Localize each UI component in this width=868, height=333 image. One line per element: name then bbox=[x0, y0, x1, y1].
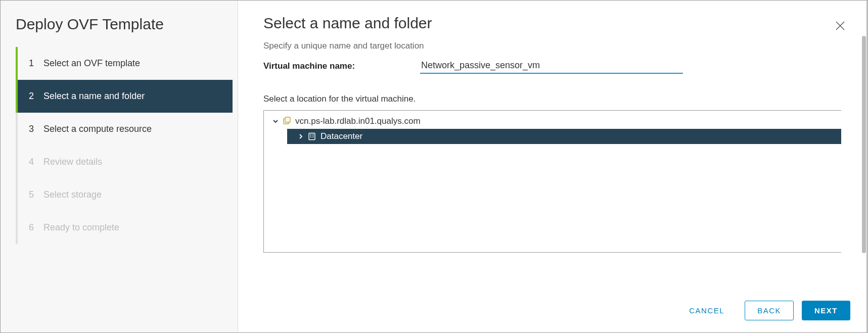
vm-name-label: Virtual machine name: bbox=[263, 61, 420, 71]
datacenter-icon bbox=[306, 132, 317, 140]
step-label: Select a compute resource bbox=[43, 124, 152, 134]
step-label: Select a name and folder bbox=[43, 91, 145, 101]
cancel-button[interactable]: CANCEL bbox=[677, 301, 737, 320]
dialog-footer: CANCEL BACK NEXT bbox=[677, 301, 850, 320]
scrollbar-thumb[interactable] bbox=[862, 36, 866, 253]
step-label: Select an OVF template bbox=[43, 58, 140, 68]
step-ready-to-complete: 6 Ready to complete bbox=[18, 211, 233, 244]
step-number: 1 bbox=[29, 58, 41, 69]
step-number: 2 bbox=[29, 91, 41, 102]
location-label: Select a location for the virtual machin… bbox=[263, 94, 841, 104]
step-select-compute-resource: 3 Select a compute resource bbox=[18, 113, 233, 146]
main-content: Select a name and folder Specify a uniqu… bbox=[238, 1, 866, 332]
step-label: Review details bbox=[43, 157, 102, 167]
tree-node-label: Datacenter bbox=[321, 131, 362, 141]
wizard-sidebar: Deploy OVF Template 1 Select an OVF temp… bbox=[1, 1, 238, 332]
step-review-details: 4 Review details bbox=[18, 146, 233, 178]
chevron-down-icon[interactable] bbox=[270, 118, 281, 124]
svg-rect-1 bbox=[285, 117, 290, 122]
tree-node-datacenter[interactable]: Datacenter bbox=[287, 129, 841, 144]
back-button[interactable]: BACK bbox=[745, 301, 794, 320]
step-number: 3 bbox=[29, 124, 41, 134]
wizard-steps: 1 Select an OVF template 2 Select a name… bbox=[16, 47, 233, 244]
vcenter-icon bbox=[281, 117, 292, 126]
page-subtitle: Specify a unique name and target locatio… bbox=[263, 41, 841, 51]
chevron-right-icon[interactable] bbox=[295, 133, 306, 139]
step-select-name-folder[interactable]: 2 Select a name and folder bbox=[18, 80, 233, 113]
step-label: Ready to complete bbox=[43, 222, 119, 232]
location-tree[interactable]: vcn.ps-lab.rdlab.in01.qualys.com bbox=[263, 110, 841, 253]
step-number: 6 bbox=[29, 222, 41, 233]
page-title: Select a name and folder bbox=[263, 15, 841, 32]
next-button[interactable]: NEXT bbox=[802, 301, 850, 320]
vm-name-input[interactable] bbox=[420, 58, 683, 74]
tree-node-vcenter[interactable]: vcn.ps-lab.rdlab.in01.qualys.com bbox=[264, 114, 841, 129]
wizard-title: Deploy OVF Template bbox=[1, 16, 238, 47]
tree-node-label: vcn.ps-lab.rdlab.in01.qualys.com bbox=[295, 116, 421, 126]
step-number: 5 bbox=[29, 189, 41, 200]
step-select-storage: 5 Select storage bbox=[18, 178, 233, 211]
step-label: Select storage bbox=[43, 189, 102, 200]
step-select-ovf-template[interactable]: 1 Select an OVF template bbox=[18, 47, 233, 80]
svg-rect-2 bbox=[309, 133, 315, 140]
step-number: 4 bbox=[29, 157, 41, 167]
